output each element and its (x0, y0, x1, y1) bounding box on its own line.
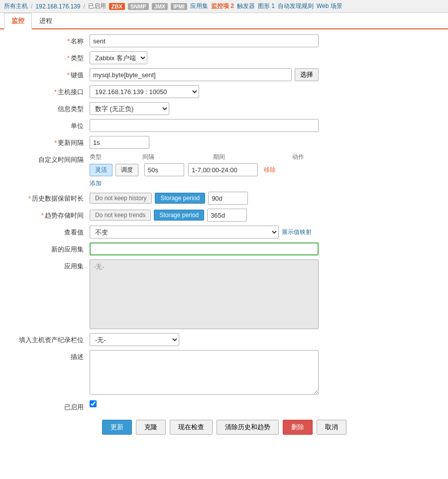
nav-allhosts[interactable]: 所有主机 (4, 2, 28, 10)
ct-remove-link[interactable]: 移除 (264, 166, 276, 174)
clone-button[interactable]: 克隆 (136, 420, 166, 435)
cancel-button[interactable]: 取消 (317, 420, 346, 435)
label-newapp: 新的应用集 (10, 242, 90, 254)
control-inventory: -无- (90, 333, 319, 346)
row-enabled: 已启用 (10, 400, 438, 412)
inventory-select[interactable]: -无- (90, 333, 179, 346)
update-button[interactable]: 更新 (102, 420, 132, 435)
control-valuemap: 不变 展示值映射 (90, 226, 319, 239)
control-history: Do not keep history Storage period (90, 192, 319, 205)
unit-input[interactable] (90, 119, 319, 132)
clear-history-button[interactable]: 清除历史和趋势 (217, 420, 279, 435)
badge-jmx[interactable]: JMX (152, 3, 168, 10)
ct-add-row: 添加 (90, 178, 319, 188)
form-area: *名称 *类型 Zabbix 客户端 *键值 选择 *主机接口 (0, 29, 448, 453)
key-row: 选择 (90, 68, 319, 81)
ct-interval-input[interactable] (144, 163, 184, 176)
row-history: *历史数据保留时长 Do not keep history Storage pe… (10, 192, 438, 205)
control-type: Zabbix 客户端 (90, 51, 319, 64)
delete-button[interactable]: 删除 (283, 420, 313, 435)
history-value-input[interactable] (208, 192, 248, 205)
enabled-checkbox[interactable] (90, 400, 97, 407)
ct-period-input[interactable] (188, 163, 258, 176)
control-enabled (90, 400, 319, 407)
badge-ipmi[interactable]: IPMI (171, 3, 187, 10)
badge-snmp[interactable]: SNMP (128, 3, 149, 10)
valuemap-select[interactable]: 不变 (90, 226, 279, 239)
nav-autodiscovery[interactable]: 自动发现规则 (278, 2, 314, 10)
appset-item-none[interactable]: -无- (92, 262, 316, 272)
row-custom-time: 自定义时间间隔 类型 间隔 期间 动作 灵活 调度 移除 添加 (10, 153, 438, 188)
enabled-row (90, 400, 319, 407)
nav-webscene[interactable]: Web 场景 (317, 2, 342, 10)
row-desc: 描述 (10, 350, 438, 396)
row-unit: 单位 (10, 119, 438, 132)
ct-interval-header: 间隔 (142, 153, 213, 161)
nav-monitoring[interactable]: 监控项 2 (211, 2, 234, 10)
nav-appset[interactable]: 应用集 (190, 2, 208, 10)
control-newapp (90, 242, 319, 255)
sep2: / (83, 3, 85, 10)
key-select-button[interactable]: 选择 (295, 68, 319, 81)
key-input[interactable] (90, 68, 292, 81)
type-select[interactable]: Zabbix 客户端 (90, 51, 147, 64)
desc-textarea[interactable] (90, 350, 319, 395)
ct-row-1: 灵活 调度 移除 (90, 163, 319, 176)
label-history: *历史数据保留时长 (10, 192, 90, 203)
enabled-label: 已启用 (88, 2, 106, 10)
appset-listbox[interactable]: -无- (90, 259, 319, 329)
trends-on-button[interactable]: Storage period (154, 210, 204, 221)
sep1: / (31, 3, 32, 10)
control-interface: 192.168.176.139 : 10050 (90, 85, 319, 98)
valuemap-row: 不变 展示值映射 (90, 226, 319, 239)
top-nav: 所有主机 / 192.168.176.139 / 已启用 ZBX SNMP JM… (0, 0, 448, 13)
label-custom-time: 自定义时间间隔 (10, 153, 90, 164)
valuemap-link[interactable]: 展示值映射 (282, 228, 312, 237)
row-update: *更新间隔 (10, 136, 438, 149)
row-appset: 应用集 -无- (10, 259, 438, 329)
label-update: *更新间隔 (10, 136, 90, 147)
bottom-buttons: 更新 克隆 现在检查 清除历史和趋势 删除 取消 (10, 420, 438, 443)
ct-action-header: 动作 (292, 153, 319, 161)
control-desc (90, 350, 319, 396)
ct-add-link[interactable]: 添加 (90, 179, 102, 188)
row-key: *键值 选择 (10, 68, 438, 81)
tab-process[interactable]: 进程 (32, 13, 60, 29)
row-valuemap: 查看值 不变 展示值映射 (10, 226, 438, 239)
badge-zbx[interactable]: ZBX (109, 3, 125, 10)
ct-type-header: 类型 (90, 153, 142, 161)
interface-select[interactable]: 192.168.176.139 : 10050 (90, 85, 199, 98)
control-custom-time: 类型 间隔 期间 动作 灵活 调度 移除 添加 (90, 153, 319, 188)
ct-period-header: 期间 (213, 153, 292, 161)
ct-header: 类型 间隔 期间 动作 (90, 153, 319, 163)
custom-time-section: 类型 间隔 期间 动作 灵活 调度 移除 添加 (90, 153, 319, 188)
ct-btn-scheduling[interactable]: 调度 (115, 164, 138, 176)
label-enabled: 已启用 (10, 400, 90, 412)
history-off-button[interactable]: Do not keep history (90, 193, 152, 204)
nav-graph[interactable]: 图形 1 (258, 2, 275, 10)
tab-monitoring[interactable]: 监控 (4, 13, 32, 29)
ct-btn-flexible[interactable]: 灵活 (90, 164, 112, 176)
newapp-input[interactable] (90, 242, 319, 255)
history-on-button[interactable]: Storage period (155, 193, 205, 204)
row-trends: *趋势存储时间 Do not keep trends Storage perio… (10, 209, 438, 222)
name-input[interactable] (90, 34, 319, 47)
check-now-button[interactable]: 现在检查 (170, 420, 213, 435)
row-name: *名称 (10, 34, 438, 47)
control-trends: Do not keep trends Storage period (90, 209, 319, 222)
label-unit: 单位 (10, 119, 90, 130)
label-name: *名称 (10, 34, 90, 46)
period-row-trends: Do not keep trends Storage period (90, 209, 319, 222)
label-desc: 描述 (10, 350, 90, 361)
period-row-history: Do not keep history Storage period (90, 192, 319, 205)
nav-trigger[interactable]: 触发器 (237, 2, 255, 10)
trends-off-button[interactable]: Do not keep trends (90, 210, 151, 221)
label-valuemap: 查看值 (10, 226, 90, 237)
row-interface: *主机接口 192.168.176.139 : 10050 (10, 85, 438, 98)
control-appset: -无- (90, 259, 319, 329)
update-input[interactable] (90, 136, 149, 149)
trends-value-input[interactable] (207, 209, 247, 222)
infotype-select[interactable]: 数字 (无正负) (90, 102, 169, 115)
nav-ip[interactable]: 192.168.176.139 (35, 3, 80, 10)
label-interface: *主机接口 (10, 85, 90, 97)
